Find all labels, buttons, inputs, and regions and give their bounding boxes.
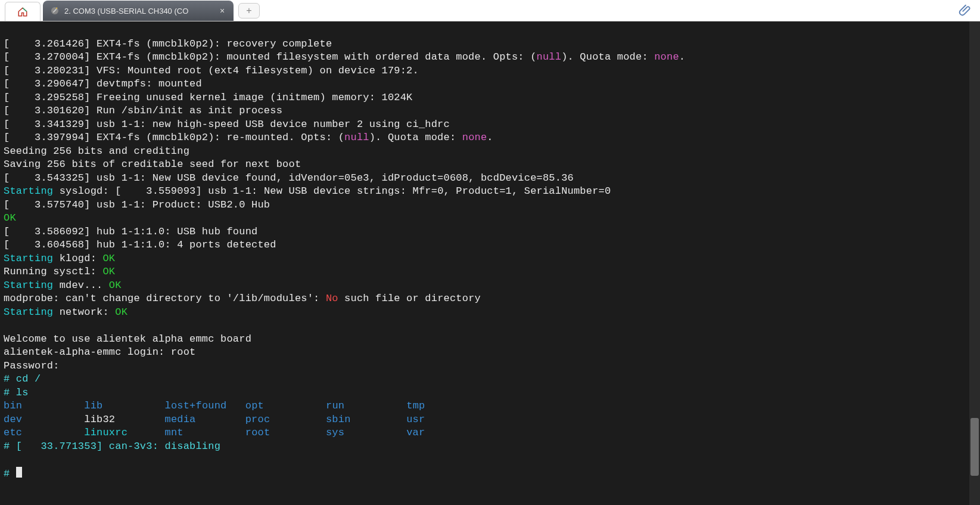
ok-status: OK [115, 306, 127, 318]
home-icon [17, 7, 28, 17]
shell-prompt: # [4, 468, 16, 479]
ls-dir: opt [245, 400, 264, 411]
kernel-message: [ 33.771353] can-3v3: disabling [16, 441, 220, 452]
new-tab-button[interactable]: + [238, 3, 260, 18]
ok-status: OK [4, 212, 16, 224]
ls-dir: sys [326, 427, 344, 438]
ls-link: linuxrc [84, 427, 127, 438]
boot-log-line: [ 3.543325] usb 1-1: New USB device foun… [4, 172, 574, 184]
terminal-output[interactable]: [ 3.261426] EXT4-fs (mmcblk0p2): recover… [0, 21, 980, 505]
none-value: none [654, 51, 679, 63]
boot-log-line: [ 3.290647] devtmpfs: mounted [4, 78, 202, 89]
ls-dir: usr [406, 414, 425, 425]
boot-log-line: Saving 256 bits of creditable seed for n… [4, 159, 301, 170]
boot-log-line: [ 3.604568] hub 1-1:1.0: 4 ports detecte… [4, 239, 276, 250]
ls-dir: lost+found [165, 400, 227, 411]
none-value: none [462, 132, 487, 143]
boot-log-line: [ 3.261426] EXT4-fs (mmcblk0p2): recover… [4, 38, 332, 49]
tab-com3[interactable]: 2. COM3 (USB-SERIAL CH340 (CO × [43, 1, 234, 21]
shell-command: ls [16, 387, 29, 398]
ls-dir: tmp [406, 400, 425, 411]
boot-log-line: Seeding 256 bits and crediting [4, 145, 189, 157]
starting-label: Starting [4, 185, 60, 197]
boot-log-line: [ 3.575740] usb 1-1: Product: USB2.0 Hub [4, 199, 270, 210]
password-prompt: Password: [4, 360, 60, 371]
shell-command: cd / [16, 373, 41, 385]
ls-dir: dev [4, 414, 22, 425]
ok-status: OK [109, 280, 122, 291]
terminal-scrollbar[interactable] [969, 21, 980, 505]
paperclip-icon[interactable] [959, 4, 972, 17]
boot-log-line: [ 3.280231] VFS: Mounted root (ext4 file… [4, 65, 419, 76]
ls-dir: run [326, 400, 344, 411]
ls-dir: sbin [326, 414, 351, 425]
shell-prompt: # [4, 373, 16, 385]
boot-log-line: [ 3.586092] hub 1-1:1.0: USB hub found [4, 226, 257, 237]
shell-prompt: # [4, 387, 16, 398]
boot-log-line: [ 3.270004] EXT4-fs (mmcblk0p2): mounted… [4, 51, 537, 63]
ok-status: OK [102, 266, 115, 277]
boot-log-line: [ 3.397994] EXT4-fs (mmcblk0p2): re-moun… [4, 132, 344, 143]
ls-dir: mnt [164, 427, 183, 438]
null-value: null [344, 132, 369, 143]
ls-dir: media [164, 414, 195, 425]
scrollbar-thumb[interactable] [970, 418, 979, 476]
ls-dir: proc [245, 414, 270, 425]
error-word: No [326, 293, 338, 304]
boot-log-line: [ 3.295258] Freeing unused kernel image … [4, 92, 413, 103]
plus-icon: + [246, 5, 251, 16]
tab-close-button[interactable]: × [217, 5, 228, 16]
login-prompt: alientek-alpha-emmc login: root [4, 346, 195, 358]
home-tab[interactable] [5, 2, 41, 21]
tab-title: 2. COM3 (USB-SERIAL CH340 (CO [64, 7, 212, 16]
null-value: null [537, 51, 562, 63]
welcome-banner: Welcome to use alientek alpha emmc board [4, 333, 251, 345]
tab-bar: 2. COM3 (USB-SERIAL CH340 (CO × + [0, 0, 980, 21]
boot-log-line: [ 3.341329] usb 1-1: new high-speed USB … [4, 119, 450, 130]
starting-label: Starting [4, 280, 60, 291]
ls-file: lib32 [84, 414, 115, 425]
ok-status: OK [102, 253, 115, 264]
ls-dir: etc [4, 427, 22, 438]
ls-dir: lib [84, 400, 102, 411]
starting-label: Starting [4, 253, 60, 264]
shell-prompt: # [4, 441, 16, 452]
serial-port-icon [50, 6, 60, 16]
ls-dir: bin [4, 400, 22, 411]
terminal-cursor [16, 467, 22, 478]
ls-dir: var [406, 427, 425, 438]
starting-label: Starting [4, 306, 60, 318]
ls-dir: root [245, 427, 270, 438]
boot-log-line: [ 3.301620] Run /sbin/init as init proce… [4, 105, 282, 116]
